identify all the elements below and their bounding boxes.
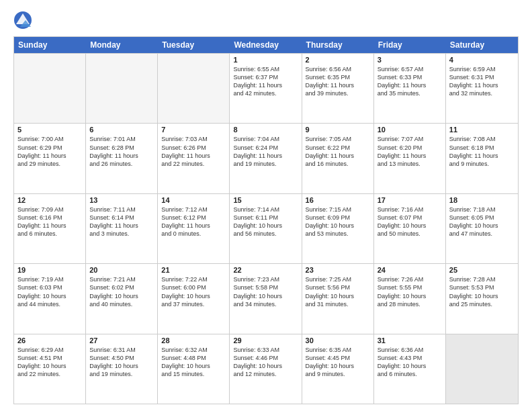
weekday-header: Thursday <box>302 37 374 53</box>
calendar-cell <box>14 54 86 123</box>
calendar-cell: 29Sunrise: 6:33 AM Sunset: 4:46 PM Dayli… <box>230 334 302 404</box>
calendar: SundayMondayTuesdayWednesdayThursdayFrid… <box>13 36 519 404</box>
calendar-cell: 15Sunrise: 7:14 AM Sunset: 6:11 PM Dayli… <box>230 194 302 263</box>
day-info: Sunrise: 6:32 AM Sunset: 4:48 PM Dayligh… <box>161 346 226 379</box>
day-info: Sunrise: 7:28 AM Sunset: 5:53 PM Dayligh… <box>449 275 515 308</box>
calendar-header: SundayMondayTuesdayWednesdayThursdayFrid… <box>14 37 518 53</box>
day-number: 3 <box>378 56 442 64</box>
logo <box>13 11 34 30</box>
day-number: 25 <box>449 266 515 274</box>
day-info: Sunrise: 6:36 AM Sunset: 4:43 PM Dayligh… <box>378 346 442 379</box>
day-info: Sunrise: 7:09 AM Sunset: 6:16 PM Dayligh… <box>17 205 82 238</box>
day-info: Sunrise: 7:12 AM Sunset: 6:12 PM Dayligh… <box>161 205 226 238</box>
calendar-cell: 8Sunrise: 7:04 AM Sunset: 6:24 PM Daylig… <box>230 124 302 193</box>
day-info: Sunrise: 7:11 AM Sunset: 6:14 PM Dayligh… <box>89 205 154 238</box>
calendar-cell: 11Sunrise: 7:08 AM Sunset: 6:18 PM Dayli… <box>446 124 518 193</box>
day-info: Sunrise: 6:33 AM Sunset: 4:46 PM Dayligh… <box>233 346 298 379</box>
day-info: Sunrise: 6:56 AM Sunset: 6:35 PM Dayligh… <box>306 65 370 98</box>
day-info: Sunrise: 7:08 AM Sunset: 6:18 PM Dayligh… <box>449 135 515 168</box>
calendar-row: 5Sunrise: 7:00 AM Sunset: 6:29 PM Daylig… <box>14 123 518 193</box>
calendar-cell: 13Sunrise: 7:11 AM Sunset: 6:14 PM Dayli… <box>86 194 158 263</box>
day-info: Sunrise: 7:25 AM Sunset: 5:56 PM Dayligh… <box>306 275 370 308</box>
day-number: 28 <box>161 336 226 345</box>
day-number: 22 <box>233 266 298 274</box>
calendar-cell: 31Sunrise: 6:36 AM Sunset: 4:43 PM Dayli… <box>374 334 446 404</box>
day-number: 4 <box>449 56 515 64</box>
weekday-header: Friday <box>374 37 446 53</box>
calendar-cell: 14Sunrise: 7:12 AM Sunset: 6:12 PM Dayli… <box>158 194 230 263</box>
calendar-cell: 10Sunrise: 7:07 AM Sunset: 6:20 PM Dayli… <box>374 124 446 193</box>
day-info: Sunrise: 7:00 AM Sunset: 6:29 PM Dayligh… <box>17 135 82 168</box>
day-info: Sunrise: 7:01 AM Sunset: 6:28 PM Dayligh… <box>89 135 154 168</box>
calendar-row: 1Sunrise: 6:55 AM Sunset: 6:37 PM Daylig… <box>14 53 518 123</box>
calendar-cell: 5Sunrise: 7:00 AM Sunset: 6:29 PM Daylig… <box>14 124 86 193</box>
day-number: 20 <box>89 266 154 274</box>
weekday-header: Tuesday <box>158 37 230 53</box>
day-number: 29 <box>233 336 298 345</box>
day-info: Sunrise: 7:07 AM Sunset: 6:20 PM Dayligh… <box>378 135 442 168</box>
calendar-cell: 2Sunrise: 6:56 AM Sunset: 6:35 PM Daylig… <box>302 54 374 123</box>
calendar-cell: 17Sunrise: 7:16 AM Sunset: 6:07 PM Dayli… <box>374 194 446 263</box>
calendar-cell: 9Sunrise: 7:05 AM Sunset: 6:22 PM Daylig… <box>302 124 374 193</box>
calendar-body: 1Sunrise: 6:55 AM Sunset: 6:37 PM Daylig… <box>14 53 518 404</box>
calendar-cell: 6Sunrise: 7:01 AM Sunset: 6:28 PM Daylig… <box>86 124 158 193</box>
calendar-cell: 19Sunrise: 7:19 AM Sunset: 6:03 PM Dayli… <box>14 264 86 333</box>
calendar-cell: 3Sunrise: 6:57 AM Sunset: 6:33 PM Daylig… <box>374 54 446 123</box>
day-number: 27 <box>89 336 154 345</box>
calendar-row: 26Sunrise: 6:29 AM Sunset: 4:51 PM Dayli… <box>14 334 518 404</box>
day-number: 30 <box>306 336 370 345</box>
day-number: 2 <box>306 56 370 64</box>
calendar-cell: 7Sunrise: 7:03 AM Sunset: 6:26 PM Daylig… <box>158 124 230 193</box>
day-number: 12 <box>17 196 82 204</box>
day-info: Sunrise: 6:59 AM Sunset: 6:31 PM Dayligh… <box>449 65 515 98</box>
calendar-row: 19Sunrise: 7:19 AM Sunset: 6:03 PM Dayli… <box>14 263 518 333</box>
day-number: 17 <box>378 196 442 204</box>
day-number: 16 <box>306 196 370 204</box>
weekday-header: Wednesday <box>230 37 302 53</box>
calendar-cell: 25Sunrise: 7:28 AM Sunset: 5:53 PM Dayli… <box>446 264 518 333</box>
day-number: 7 <box>161 126 226 134</box>
day-number: 19 <box>17 266 82 274</box>
calendar-cell: 26Sunrise: 6:29 AM Sunset: 4:51 PM Dayli… <box>14 334 86 404</box>
day-info: Sunrise: 6:57 AM Sunset: 6:33 PM Dayligh… <box>378 65 442 98</box>
day-info: Sunrise: 6:35 AM Sunset: 4:45 PM Dayligh… <box>306 346 370 379</box>
calendar-cell <box>158 54 230 123</box>
calendar-cell: 24Sunrise: 7:26 AM Sunset: 5:55 PM Dayli… <box>374 264 446 333</box>
day-number: 18 <box>449 196 515 204</box>
day-number: 6 <box>89 126 154 134</box>
day-info: Sunrise: 6:55 AM Sunset: 6:37 PM Dayligh… <box>233 65 298 98</box>
day-info: Sunrise: 7:21 AM Sunset: 6:02 PM Dayligh… <box>89 275 154 308</box>
day-number: 23 <box>306 266 370 274</box>
weekday-header: Saturday <box>446 37 518 53</box>
day-info: Sunrise: 7:22 AM Sunset: 6:00 PM Dayligh… <box>161 275 226 308</box>
day-info: Sunrise: 7:23 AM Sunset: 5:58 PM Dayligh… <box>233 275 298 308</box>
day-number: 11 <box>449 126 515 134</box>
day-number: 31 <box>378 336 442 345</box>
calendar-cell: 12Sunrise: 7:09 AM Sunset: 6:16 PM Dayli… <box>14 194 86 263</box>
day-number: 24 <box>378 266 442 274</box>
day-info: Sunrise: 7:03 AM Sunset: 6:26 PM Dayligh… <box>161 135 226 168</box>
day-number: 8 <box>233 126 298 134</box>
day-info: Sunrise: 7:19 AM Sunset: 6:03 PM Dayligh… <box>17 275 82 308</box>
day-number: 15 <box>233 196 298 204</box>
calendar-cell: 18Sunrise: 7:18 AM Sunset: 6:05 PM Dayli… <box>446 194 518 263</box>
day-info: Sunrise: 7:04 AM Sunset: 6:24 PM Dayligh… <box>233 135 298 168</box>
calendar-cell <box>86 54 158 123</box>
calendar-cell: 28Sunrise: 6:32 AM Sunset: 4:48 PM Dayli… <box>158 334 230 404</box>
day-info: Sunrise: 7:15 AM Sunset: 6:09 PM Dayligh… <box>306 205 370 238</box>
calendar-cell: 22Sunrise: 7:23 AM Sunset: 5:58 PM Dayli… <box>230 264 302 333</box>
calendar-cell: 1Sunrise: 6:55 AM Sunset: 6:37 PM Daylig… <box>230 54 302 123</box>
day-info: Sunrise: 7:26 AM Sunset: 5:55 PM Dayligh… <box>378 275 442 308</box>
calendar-row: 12Sunrise: 7:09 AM Sunset: 6:16 PM Dayli… <box>14 193 518 263</box>
day-info: Sunrise: 7:14 AM Sunset: 6:11 PM Dayligh… <box>233 205 298 238</box>
calendar-cell: 20Sunrise: 7:21 AM Sunset: 6:02 PM Dayli… <box>86 264 158 333</box>
logo-icon <box>13 11 32 30</box>
day-number: 26 <box>17 336 82 345</box>
day-info: Sunrise: 6:29 AM Sunset: 4:51 PM Dayligh… <box>17 346 82 379</box>
day-info: Sunrise: 7:18 AM Sunset: 6:05 PM Dayligh… <box>449 205 515 238</box>
day-number: 21 <box>161 266 226 274</box>
calendar-cell: 30Sunrise: 6:35 AM Sunset: 4:45 PM Dayli… <box>302 334 374 404</box>
calendar-cell: 27Sunrise: 6:31 AM Sunset: 4:50 PM Dayli… <box>86 334 158 404</box>
day-number: 13 <box>89 196 154 204</box>
calendar-cell: 21Sunrise: 7:22 AM Sunset: 6:00 PM Dayli… <box>158 264 230 333</box>
